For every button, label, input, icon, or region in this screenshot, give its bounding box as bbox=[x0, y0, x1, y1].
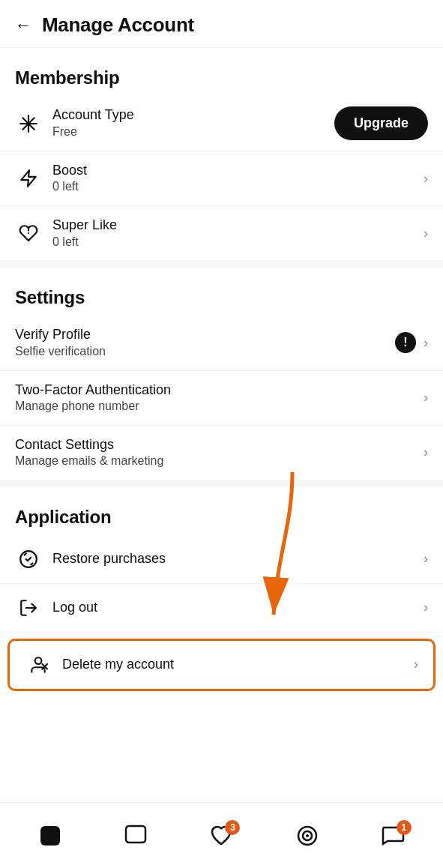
delete-account-right: › bbox=[414, 657, 418, 672]
delete-account-title: Delete my account bbox=[62, 656, 414, 673]
nav-likes[interactable]: 3 bbox=[208, 823, 234, 849]
delete-account-chevron: › bbox=[414, 657, 418, 672]
two-factor-title: Two-Factor Authentication bbox=[15, 382, 424, 399]
logout-icon bbox=[15, 594, 42, 621]
super-like-row[interactable]: Super Like 0 left › bbox=[0, 206, 443, 260]
restore-purchases-row[interactable]: Restore purchases › bbox=[0, 535, 443, 584]
boost-right: › bbox=[424, 171, 428, 187]
account-type-text: Account Type Free bbox=[52, 106, 334, 139]
application-section-label: Application bbox=[0, 487, 443, 535]
explore-icon bbox=[123, 823, 148, 849]
account-type-right: Upgrade bbox=[334, 106, 428, 140]
contact-settings-right: › bbox=[424, 444, 428, 460]
restore-purchases-text: Restore purchases bbox=[52, 550, 424, 567]
svg-point-9 bbox=[35, 657, 42, 664]
contact-settings-subtitle: Manage emails & marketing bbox=[15, 453, 424, 469]
logout-chevron: › bbox=[424, 600, 428, 615]
verify-profile-right: ! › bbox=[395, 332, 428, 353]
boost-chevron: › bbox=[424, 171, 428, 187]
restore-icon bbox=[15, 546, 42, 573]
account-type-title: Account Type bbox=[52, 106, 334, 124]
application-section: Application Restore purchases › bbox=[0, 487, 443, 691]
header: ← Manage Account bbox=[0, 0, 443, 48]
upgrade-button[interactable]: Upgrade bbox=[334, 106, 428, 140]
page-title: Manage Account bbox=[42, 13, 194, 37]
boost-icon bbox=[15, 165, 42, 192]
asterisk-icon bbox=[15, 110, 42, 137]
contact-settings-title: Contact Settings bbox=[15, 436, 424, 453]
boost-text: Boost 0 left bbox=[52, 162, 424, 195]
nav-profile[interactable] bbox=[37, 823, 63, 849]
settings-section: Settings Verify Profile Selfie verificat… bbox=[0, 268, 443, 480]
nav-explore[interactable] bbox=[123, 823, 148, 849]
alert-badge: ! bbox=[395, 332, 416, 353]
log-out-right: › bbox=[424, 600, 428, 615]
verify-profile-subtitle: Selfie verification bbox=[15, 344, 395, 360]
super-like-title: Super Like bbox=[52, 217, 424, 234]
two-factor-chevron: › bbox=[424, 390, 428, 406]
super-like-text: Super Like 0 left bbox=[52, 217, 424, 250]
two-factor-text: Two-Factor Authentication Manage phone n… bbox=[15, 382, 424, 415]
super-like-subtitle: 0 left bbox=[52, 235, 424, 250]
boost-row[interactable]: Boost 0 left › bbox=[0, 151, 443, 206]
back-button[interactable]: ← bbox=[15, 16, 31, 35]
restore-purchases-right: › bbox=[424, 551, 428, 567]
svg-rect-14 bbox=[126, 826, 145, 843]
contact-settings-row[interactable]: Contact Settings Manage emails & marketi… bbox=[0, 426, 443, 480]
settings-section-label: Settings bbox=[0, 268, 443, 316]
divider-1 bbox=[0, 260, 443, 268]
nav-messages[interactable]: 1 bbox=[380, 823, 406, 849]
two-factor-row[interactable]: Two-Factor Authentication Manage phone n… bbox=[0, 371, 443, 426]
log-out-text: Log out bbox=[52, 599, 424, 616]
divider-2 bbox=[0, 480, 443, 487]
two-factor-right: › bbox=[424, 390, 428, 406]
verify-profile-title: Verify Profile bbox=[15, 326, 395, 343]
contact-settings-text: Contact Settings Manage emails & marketi… bbox=[15, 436, 424, 469]
log-out-row[interactable]: Log out › bbox=[0, 584, 443, 633]
super-like-icon bbox=[15, 220, 42, 247]
delete-account-row[interactable]: Delete my account › bbox=[10, 641, 433, 689]
delete-account-icon bbox=[25, 651, 52, 678]
log-out-title: Log out bbox=[52, 599, 424, 616]
likes-badge: 3 bbox=[225, 820, 240, 835]
membership-section-label: Membership bbox=[0, 48, 443, 96]
profile-icon bbox=[37, 823, 63, 849]
verify-profile-text: Verify Profile Selfie verification bbox=[15, 326, 395, 359]
messages-badge: 1 bbox=[397, 820, 412, 835]
contact-settings-chevron: › bbox=[424, 444, 428, 460]
verify-profile-row[interactable]: Verify Profile Selfie verification ! › bbox=[0, 316, 443, 370]
boost-title: Boost bbox=[52, 162, 424, 179]
nav-radar[interactable] bbox=[295, 823, 320, 849]
boost-subtitle: 0 left bbox=[52, 179, 424, 195]
svg-marker-4 bbox=[21, 170, 36, 187]
membership-section: Membership Account Type Free Upgrade bbox=[0, 48, 443, 260]
restore-purchases-title: Restore purchases bbox=[52, 550, 424, 567]
svg-point-17 bbox=[306, 834, 309, 837]
delete-account-text: Delete my account bbox=[62, 656, 414, 673]
super-like-right: › bbox=[424, 226, 428, 241]
verify-chevron: › bbox=[424, 335, 428, 351]
super-like-chevron: › bbox=[424, 226, 428, 241]
svg-rect-13 bbox=[40, 826, 60, 846]
radar-icon bbox=[295, 823, 320, 849]
main-content: ← Manage Account Membership Account Type… bbox=[0, 0, 443, 802]
account-type-subtitle: Free bbox=[52, 124, 334, 140]
restore-chevron: › bbox=[424, 551, 428, 567]
account-type-row[interactable]: Account Type Free Upgrade bbox=[0, 96, 443, 151]
bottom-nav: 3 1 bbox=[0, 802, 443, 868]
delete-account-highlight-container: Delete my account › bbox=[7, 639, 436, 691]
two-factor-subtitle: Manage phone number bbox=[15, 399, 424, 415]
